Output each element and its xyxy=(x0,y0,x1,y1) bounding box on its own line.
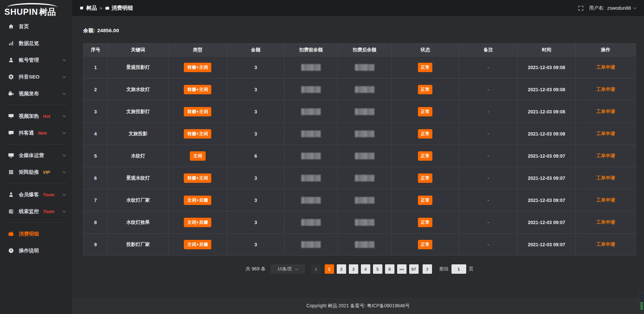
page-size-select[interactable]: 10条/页 xyxy=(270,264,305,274)
blurred-value xyxy=(355,197,374,204)
sidebar-item-label: 消费明细 xyxy=(19,231,39,237)
cell-balance-after xyxy=(337,101,391,123)
table-header-cell: 备注 xyxy=(459,44,518,56)
breadcrumb-home[interactable]: 树品 xyxy=(79,5,97,12)
footer: Copyright 树品 2021 备案号: 粤ICP备09019646号 xyxy=(72,298,644,314)
cell-balance-after xyxy=(337,211,391,233)
status-badge: 正常 xyxy=(418,85,432,94)
sidebar-item-data-overview[interactable]: 数据总览 xyxy=(0,35,72,52)
table-row: 9 投影灯厂家 主词+后缀 3 正常 - 2021-12-03 09:07 工单… xyxy=(84,233,636,256)
work-order-link[interactable]: 工单申请 xyxy=(596,197,615,203)
sidebar-item-media-ops[interactable]: 全媒体运营 xyxy=(0,147,72,164)
cell-type: 前缀+主词 xyxy=(168,56,227,78)
cell-type: 主词+后缀 xyxy=(168,211,227,233)
cell-type: 前缀+主词 xyxy=(168,101,227,123)
work-order-link[interactable]: 工单申请 xyxy=(596,131,615,136)
cell-amount: 3 xyxy=(227,78,284,101)
work-order-link[interactable]: 工单申请 xyxy=(596,109,615,114)
cell-action: 工单申请 xyxy=(576,189,636,211)
table-header-cell: 关键词 xyxy=(108,44,168,56)
topbar: 树品 > 消费明细 用户名: zswodun88 xyxy=(72,0,644,16)
page-4[interactable]: 4 xyxy=(361,264,370,274)
sidebar-item-badge: Tools xyxy=(43,209,54,214)
cell-index: 9 xyxy=(84,233,108,256)
breadcrumb-current[interactable]: 消费明细 xyxy=(105,5,133,12)
sidebar-item-douketong[interactable]: 抖客通 New xyxy=(0,124,72,141)
work-order-link[interactable]: 工单申请 xyxy=(596,242,615,247)
floating-widget[interactable] xyxy=(639,293,644,311)
sidebar-item-video-heat[interactable]: 视频加热 Hot xyxy=(0,108,72,124)
work-order-link[interactable]: 工单申请 xyxy=(596,175,615,180)
cell-amount: 3 xyxy=(227,167,284,189)
table-header-cell: 状态 xyxy=(391,44,459,56)
cell-action: 工单申请 xyxy=(576,101,636,123)
cell-balance-before xyxy=(284,78,337,101)
chevron-down-icon xyxy=(633,6,637,9)
sidebar-item-home[interactable]: 首页 xyxy=(0,18,72,35)
page-3[interactable]: 3 xyxy=(349,264,358,274)
cell-amount: 3 xyxy=(227,189,284,211)
work-order-link[interactable]: 工单申请 xyxy=(596,219,615,225)
prev-page-button[interactable] xyxy=(311,264,321,274)
work-order-link[interactable]: 工单申请 xyxy=(596,153,615,158)
table-row: 6 景观水纹灯 前缀+主词 3 正常 - 2021-12-03 09:07 工单… xyxy=(84,167,636,189)
page-2[interactable]: 2 xyxy=(337,264,346,274)
blurred-value xyxy=(301,153,321,159)
wallet-icon xyxy=(105,6,110,10)
page-size-value: 10条/页 xyxy=(277,266,292,272)
page-97[interactable]: 97 xyxy=(409,264,419,274)
cell-time: 2021-12-03 09:07 xyxy=(518,189,576,211)
arrow-right-icon xyxy=(425,267,428,271)
sidebar-item-label: 抖客通 xyxy=(19,130,34,136)
blurred-value xyxy=(355,153,374,159)
cell-balance-before xyxy=(284,211,337,233)
blurred-value xyxy=(301,108,321,115)
next-page-button[interactable] xyxy=(423,264,432,274)
cell-amount: 3 xyxy=(227,233,284,256)
page-1[interactable]: 1 xyxy=(325,264,334,274)
chevron-down-icon xyxy=(295,267,299,270)
status-badge: 正常 xyxy=(418,107,432,116)
table-row: 2 文旅水纹灯 前缀+主词 3 正常 - 2021-12-03 09:08 工单… xyxy=(84,78,636,101)
cell-type: 主词 xyxy=(168,145,227,167)
cell-index: 5 xyxy=(84,145,108,167)
sidebar-item-account[interactable]: 账号管理 xyxy=(0,52,72,68)
sidebar-item-member-burst[interactable]: 会员爆客 Tools xyxy=(0,186,72,203)
cell-status: 正常 xyxy=(391,123,459,145)
sidebar-item-video-publish[interactable]: 视频发布 xyxy=(0,85,72,102)
goto-page-input[interactable]: 1 xyxy=(451,264,466,274)
sidebar-item-badge: VIP xyxy=(43,170,50,175)
sidebar-item-consume-detail[interactable]: 消费明细 xyxy=(0,225,72,242)
cell-balance-after xyxy=(337,233,391,256)
sidebar-item-clue-monitor[interactable]: 线索监控 Tools xyxy=(0,203,72,220)
sidebar-item-matrix-boost[interactable]: 矩阵助推 VIP xyxy=(0,164,72,180)
blurred-value xyxy=(301,219,321,226)
sidebar-item-badge: Tools xyxy=(43,192,54,197)
user-menu[interactable]: 用户名: zswodun88 xyxy=(589,5,636,11)
page-5[interactable]: 5 xyxy=(373,264,382,274)
blurred-value xyxy=(355,64,374,71)
cell-balance-after xyxy=(337,167,391,189)
sidebar-item-help[interactable]: 操作说明 xyxy=(0,242,72,259)
sidebar-item-douyin-seo[interactable]: 抖音SEO xyxy=(0,68,72,85)
gear-icon xyxy=(8,74,14,80)
page-6[interactable]: 6 xyxy=(385,264,394,274)
balance: 余额:24856.00 xyxy=(83,28,636,34)
goto-label: 前往 xyxy=(439,266,449,272)
sidebar-divider xyxy=(5,144,67,144)
cell-time: 2021-12-03 09:07 xyxy=(518,233,576,256)
fullscreen-icon[interactable] xyxy=(578,5,584,11)
cell-keyword: 文旅投影灯 xyxy=(108,101,168,123)
cell-balance-after xyxy=(337,189,391,211)
work-order-link[interactable]: 工单申请 xyxy=(596,87,615,92)
page-ellipsis[interactable]: ••• xyxy=(397,264,407,274)
work-order-link[interactable]: 工单申请 xyxy=(596,64,615,70)
cell-action: 工单申请 xyxy=(576,145,636,167)
chevron-down-icon xyxy=(63,114,66,117)
cell-index: 2 xyxy=(84,78,108,101)
cell-index: 1 xyxy=(84,56,108,78)
blurred-value xyxy=(301,64,321,71)
chevron-down-icon xyxy=(63,58,66,61)
sidebar-item-label: 操作说明 xyxy=(19,248,39,254)
blurred-value xyxy=(301,130,321,137)
